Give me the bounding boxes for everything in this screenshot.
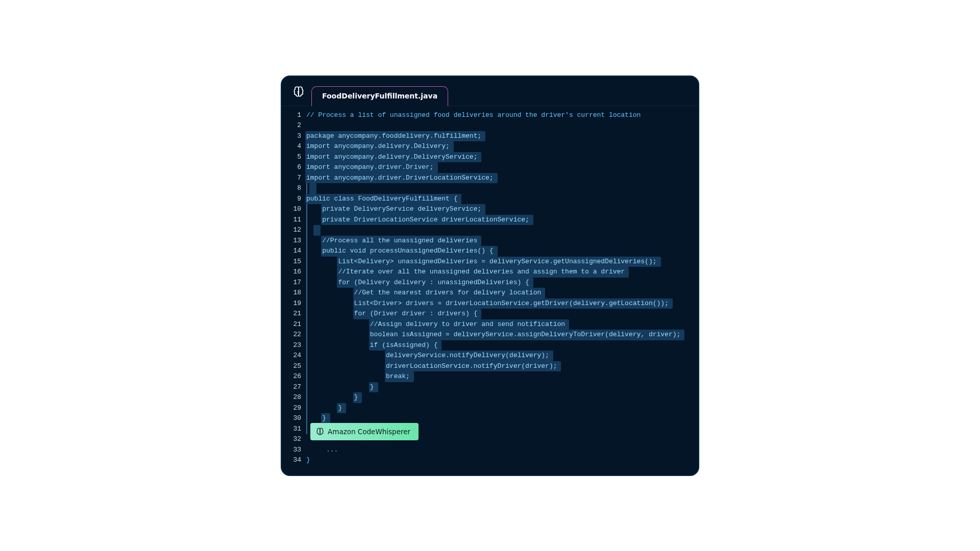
line-number: 22 xyxy=(282,330,301,340)
code-text: for (Delivery delivery : unassignedDeliv… xyxy=(306,279,529,286)
code-text: //Get the nearest drivers for delivery l… xyxy=(306,289,541,296)
code-line xyxy=(306,225,691,236)
code-text: break; xyxy=(306,372,410,380)
code-text: driverLocationService.notifyDriver(drive… xyxy=(306,362,557,370)
badge-label: Amazon CodeWhisperer xyxy=(328,427,410,437)
line-number: 10 xyxy=(282,204,301,215)
titlebar: FoodDeliveryFulfillment.java xyxy=(282,77,698,106)
line-number: 11 xyxy=(282,215,301,226)
line-number: 16 xyxy=(282,267,301,278)
line-number: 27 xyxy=(282,382,301,393)
code-text: boolean isAssigned = deliveryService.ass… xyxy=(306,331,680,338)
line-number: 19 xyxy=(282,298,301,309)
code-text: } xyxy=(306,383,374,391)
brain-icon xyxy=(315,427,325,436)
editor-window: FoodDeliveryFulfillment.java 12345678910… xyxy=(281,76,699,476)
line-number: 26 xyxy=(282,371,301,382)
line-number: 32 xyxy=(282,434,301,445)
line-number: 21 xyxy=(282,319,301,330)
code-text: List<Driver> drivers = driverLocationSer… xyxy=(306,299,669,307)
line-number: 14 xyxy=(282,246,301,257)
code-text: //Iterate over all the unassigned delive… xyxy=(306,268,625,276)
file-tab-label: FoodDeliveryFulfillment.java xyxy=(322,92,437,100)
line-number: 1 xyxy=(282,110,301,121)
code-line: //Get the nearest drivers for delivery l… xyxy=(306,288,691,298)
line-number: 24 xyxy=(282,350,301,361)
line-number: 9 xyxy=(282,194,301,205)
code-text: } xyxy=(306,456,310,464)
line-number: 12 xyxy=(282,225,301,236)
line-number: 34 xyxy=(282,455,301,466)
code-line: import anycompany.driver.Driver; xyxy=(306,162,691,173)
line-number: 29 xyxy=(282,403,301,414)
line-number: 18 xyxy=(282,288,301,298)
code-text: import anycompany.driver.Driver; xyxy=(306,163,434,171)
code-line: private DriverLocationService driverLoca… xyxy=(306,215,691,226)
code-line: if (isAssigned) { xyxy=(306,340,691,351)
line-number: 2 xyxy=(282,120,301,131)
code-text: List<Delivery> unassignedDeliveries = de… xyxy=(306,258,657,265)
code-text: } xyxy=(306,404,342,412)
code-line: } xyxy=(306,403,691,414)
code-line: import anycompany.driver.DriverLocationS… xyxy=(306,173,691,184)
line-number: 4 xyxy=(282,141,301,152)
gutter: 1234567891011121314151617181921212223242… xyxy=(282,110,306,466)
code-line xyxy=(306,120,691,131)
line-number: 8 xyxy=(282,183,301,194)
line-number: 28 xyxy=(282,392,301,403)
code-text: private DriverLocationService driverLoca… xyxy=(306,216,529,223)
code-line: //Process all the unassigned deliveries xyxy=(306,236,691,246)
code-text: } xyxy=(306,414,326,422)
brain-icon xyxy=(292,85,305,98)
line-number: 15 xyxy=(282,257,301,267)
code-text: if (isAssigned) { xyxy=(306,341,437,349)
codewhisperer-badge[interactable]: Amazon CodeWhisperer xyxy=(310,423,419,441)
code-lines[interactable]: // Process a list of unassigned food del… xyxy=(306,110,691,466)
line-number: 23 xyxy=(282,340,301,351)
code-line: // Process a list of unassigned food del… xyxy=(306,110,691,121)
line-number: 3 xyxy=(282,131,301,142)
code-text: public class FoodDeliveryFulfillment { xyxy=(306,195,457,203)
code-text xyxy=(306,184,310,192)
line-number: 31 xyxy=(282,424,301,435)
code-text: import anycompany.delivery.DeliveryServi… xyxy=(306,153,477,161)
code-text: private DeliveryService deliveryService; xyxy=(306,205,481,213)
line-number: 6 xyxy=(282,162,301,173)
code-text: package anycompany.fooddelivery.fulfillm… xyxy=(306,132,481,140)
code-line: driverLocationService.notifyDriver(drive… xyxy=(306,361,691,372)
line-number: 13 xyxy=(282,236,301,246)
code-line: } xyxy=(306,382,691,393)
code-line: //Assign delivery to driver and send not… xyxy=(306,319,691,330)
code-line: } xyxy=(306,455,691,466)
code-line: ... xyxy=(306,445,691,456)
line-number: 30 xyxy=(282,413,301,424)
code-line: public class FoodDeliveryFulfillment { xyxy=(306,194,691,205)
code-text: public void processUnassignedDeliveries(… xyxy=(306,247,494,255)
code-area[interactable]: 1234567891011121314151617181921212223242… xyxy=(282,106,698,475)
line-number: 25 xyxy=(282,361,301,372)
code-line: for (Delivery delivery : unassignedDeliv… xyxy=(306,278,691,288)
code-line: import anycompany.delivery.Delivery; xyxy=(306,141,691,152)
file-tab[interactable]: FoodDeliveryFulfillment.java xyxy=(311,86,448,106)
code-text: import anycompany.driver.DriverLocationS… xyxy=(306,174,494,182)
line-number: 7 xyxy=(282,173,301,184)
line-number: 5 xyxy=(282,152,301,163)
code-line: //Iterate over all the unassigned delive… xyxy=(306,267,691,278)
code-text xyxy=(306,226,314,234)
code-text: } xyxy=(306,393,358,401)
code-line: package anycompany.fooddelivery.fulfillm… xyxy=(306,131,691,142)
code-line: } xyxy=(306,413,691,424)
code-line: boolean isAssigned = deliveryService.ass… xyxy=(306,330,691,340)
code-line xyxy=(306,183,691,194)
code-line: deliveryService.notifyDelivery(delivery)… xyxy=(306,350,691,361)
line-number: 17 xyxy=(282,278,301,288)
code-text: import anycompany.delivery.Delivery; xyxy=(306,142,450,150)
code-text: ... xyxy=(306,446,338,454)
line-number: 33 xyxy=(282,445,301,456)
code-line: break; xyxy=(306,371,691,382)
code-line: import anycompany.delivery.DeliveryServi… xyxy=(306,152,691,163)
code-text: //Process all the unassigned deliveries xyxy=(306,237,477,244)
code-line: } xyxy=(306,392,691,403)
code-line: List<Driver> drivers = driverLocationSer… xyxy=(306,298,691,309)
code-line: for (Driver driver : drivers) { xyxy=(306,309,691,319)
